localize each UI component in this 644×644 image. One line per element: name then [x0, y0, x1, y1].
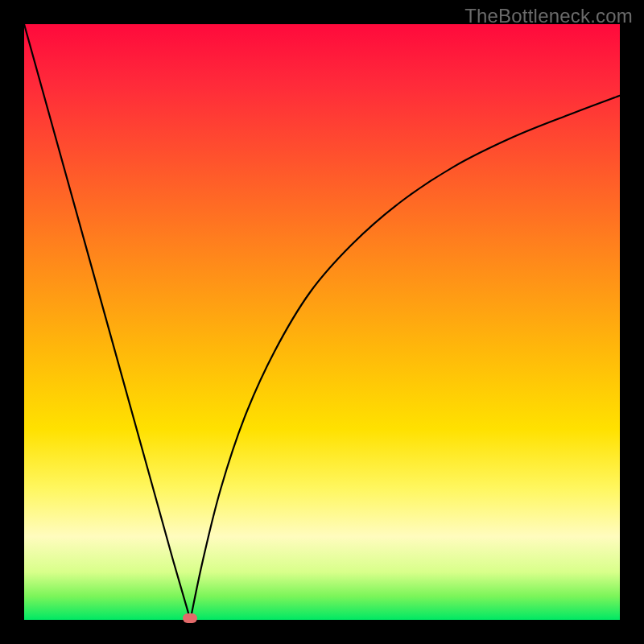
- chart-frame: TheBottleneck.com: [0, 0, 644, 644]
- bottleneck-curve: [24, 24, 620, 620]
- plot-area: [24, 24, 620, 620]
- minimum-marker: [183, 613, 197, 623]
